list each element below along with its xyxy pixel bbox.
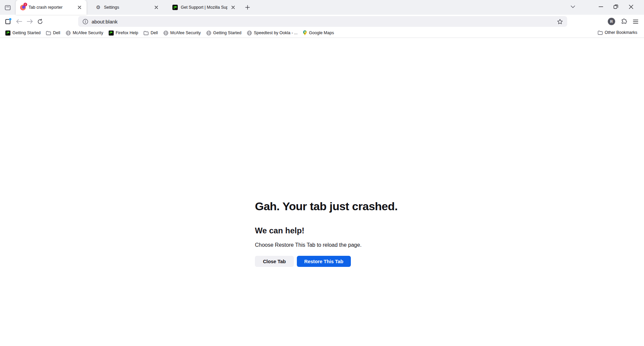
crash-alert-badge: ! [23, 3, 27, 6]
close-icon [629, 5, 633, 9]
hamburger-menu-icon [633, 19, 638, 24]
bookmarks-toolbar: Getting Started Dell McAfee Security Fir… [0, 28, 644, 38]
bookmark-label: Google Maps [309, 31, 334, 35]
bookmark-folder-dell[interactable]: Dell [44, 30, 62, 36]
globe-icon [247, 31, 252, 36]
tab-bar: ! Tab crash reporter ⚙ Settings Get Supp… [0, 0, 644, 15]
firefox-view-button[interactable] [3, 3, 13, 13]
bookmark-getting-started[interactable]: Getting Started [204, 30, 244, 37]
folder-icon [144, 31, 149, 35]
reload-icon [37, 19, 43, 24]
folder-icon [598, 31, 603, 35]
back-button[interactable] [14, 16, 24, 26]
account-badge[interactable]: R [608, 18, 615, 25]
puzzle-piece-icon [621, 18, 627, 25]
bookmark-firefox-help[interactable]: Firefox Help [107, 30, 140, 37]
bookmark-star-button[interactable] [555, 17, 565, 26]
instruction-text: Choose Restore This Tab to reload the pa… [255, 242, 362, 248]
extensions-button[interactable] [619, 16, 629, 26]
minimize-icon [599, 6, 603, 7]
tab-close-icon[interactable] [76, 4, 83, 11]
bookmark-label: Firefox Help [116, 31, 138, 35]
navigation-toolbar: about:blank R [0, 15, 644, 28]
gear-icon: ⚙ [95, 4, 101, 10]
restore-tab-button[interactable]: Restore This Tab [297, 256, 351, 267]
bookmark-label: Dell [53, 31, 60, 35]
folder-icon [46, 31, 51, 35]
app-menu-button[interactable] [631, 16, 641, 26]
page-subtitle: We can help! [255, 226, 305, 235]
tab-get-support[interactable]: Get Support | Mozilla Support [168, 0, 240, 15]
bookmark-getting-started[interactable]: Getting Started [3, 30, 43, 37]
bookmark-mcafee-security[interactable]: McAfee Security [64, 30, 105, 37]
google-maps-pin-icon [303, 30, 307, 36]
mozilla-flag-icon [5, 31, 10, 36]
back-arrow-icon [16, 19, 22, 24]
globe-icon [66, 31, 71, 36]
tab-label: Get Support | Mozilla Support [181, 5, 227, 10]
mozilla-support-icon [172, 4, 178, 10]
page-title: Gah. Your tab just crashed. [255, 200, 397, 213]
bookmark-items: Getting Started Dell McAfee Security Fir… [3, 29, 336, 37]
bookmark-speedtest[interactable]: Speedtest by Ookla - ... [245, 30, 300, 37]
bookmark-label: McAfee Security [73, 31, 103, 35]
window-restore-button[interactable] [609, 0, 623, 13]
plus-icon [245, 5, 250, 10]
mozilla-flag-icon [109, 31, 114, 36]
bookmark-label: Getting Started [213, 31, 241, 35]
window-notification-icon [5, 18, 12, 25]
url-bar[interactable]: about:blank [78, 16, 567, 27]
reload-button[interactable] [35, 16, 45, 26]
close-tab-button[interactable]: Close Tab [255, 256, 294, 267]
info-icon [83, 19, 88, 24]
forward-button[interactable] [25, 16, 35, 26]
chevron-down-icon [571, 5, 575, 8]
globe-icon [163, 31, 168, 36]
window-minimize-button[interactable] [594, 0, 608, 13]
page-info-button[interactable] [81, 17, 90, 26]
bookmark-label: McAfee Security [170, 31, 201, 35]
star-icon [557, 19, 563, 24]
firefox-logo-icon: ! [20, 4, 26, 10]
bookmark-label: Dell [151, 31, 158, 35]
other-bookmarks-label: Other Bookmarks [605, 30, 637, 35]
url-text[interactable]: about:blank [92, 19, 555, 24]
firefox-view-icon [4, 4, 11, 11]
button-row: Close Tab Restore This Tab [255, 256, 351, 267]
tab-label: Settings [104, 5, 151, 10]
globe-icon [206, 31, 211, 36]
other-bookmarks-button[interactable]: Other Bookmarks [596, 29, 639, 36]
bookmark-folder-dell[interactable]: Dell [142, 30, 160, 36]
tab-close-icon[interactable] [153, 4, 160, 11]
restore-window-icon [613, 4, 618, 9]
tab-close-icon[interactable] [229, 4, 237, 11]
session-window-button[interactable] [3, 16, 13, 26]
crash-reporter-page: Gah. Your tab just crashed. We can help!… [0, 38, 644, 346]
window-close-button[interactable] [624, 0, 638, 13]
bookmark-google-maps[interactable]: Google Maps [301, 29, 336, 37]
new-tab-button[interactable] [242, 2, 253, 12]
list-all-tabs-button[interactable] [566, 0, 580, 13]
tab-label: Tab crash reporter [29, 5, 74, 10]
bookmark-label: Speedtest by Ookla - ... [254, 31, 298, 35]
bookmark-mcafee-security[interactable]: McAfee Security [161, 30, 203, 37]
bookmark-label: Getting Started [12, 31, 41, 35]
tab-crash-reporter[interactable]: ! Tab crash reporter [16, 0, 87, 15]
forward-arrow-icon [27, 19, 33, 24]
tab-settings[interactable]: ⚙ Settings [91, 0, 163, 15]
